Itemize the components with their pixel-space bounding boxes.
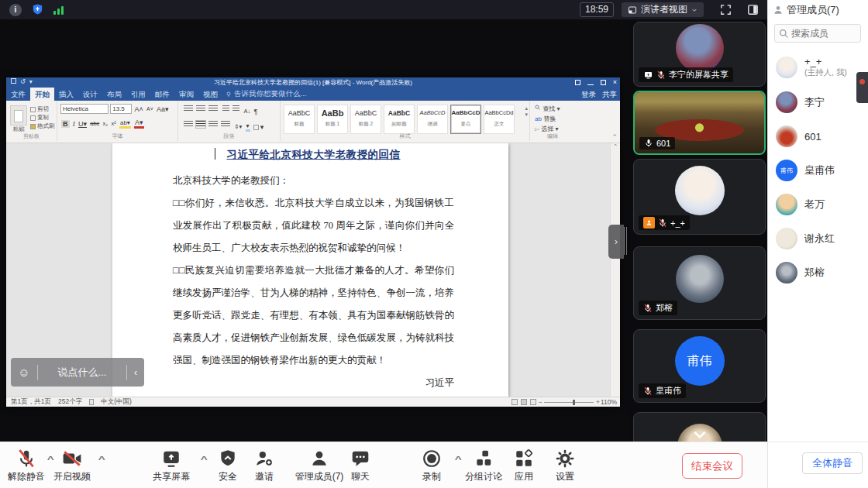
share-screen-button[interactable]: 共享屏幕 <box>139 448 204 483</box>
number-list-icon[interactable] <box>196 105 205 112</box>
style-heading2[interactable]: AaBbC标题 2 <box>350 105 381 134</box>
signin-link[interactable]: 登录 <box>581 88 596 101</box>
styles-scroll[interactable]: ▴▾ <box>525 105 528 118</box>
highlight-button[interactable]: ab▾ <box>119 119 131 129</box>
format-painter-button[interactable]: 格式刷 <box>30 122 55 130</box>
strikethrough-button[interactable]: abc <box>90 120 99 127</box>
change-case-icon[interactable]: Aa▾ <box>157 105 169 113</box>
align-right-icon[interactable] <box>208 121 218 128</box>
zoom-slider[interactable] <box>544 402 594 403</box>
doc-scrollbar[interactable]: ⌃ <box>610 143 620 397</box>
menu-design[interactable]: 设计 <box>78 88 102 101</box>
bullet-list-icon[interactable] <box>184 105 193 112</box>
pilcrow-icon[interactable]: ¶ <box>253 108 257 115</box>
end-meeting-button[interactable]: 结束会议 <box>682 453 742 479</box>
menu-file[interactable]: 文件 <box>6 88 30 101</box>
settings-button[interactable]: 设置 <box>532 448 598 483</box>
read-mode-icon[interactable] <box>512 399 518 405</box>
style-heading1[interactable]: AaBb标题 1 <box>317 105 348 134</box>
fullscreen-button[interactable] <box>719 3 732 19</box>
share-link[interactable]: 共享 <box>602 88 617 101</box>
proofing-icon[interactable] <box>89 399 94 405</box>
member-row[interactable]: 李宁 <box>776 91 825 113</box>
zoom-level[interactable]: 110% <box>601 398 617 406</box>
video-tile-huangfuwei[interactable]: 甫伟 皇甫伟 <box>633 329 766 403</box>
zoom-in-icon[interactable]: + <box>596 398 600 406</box>
menu-layout[interactable]: 布局 <box>102 88 126 101</box>
subscript-button[interactable]: x₂ <box>103 120 108 127</box>
web-layout-icon[interactable] <box>530 399 536 405</box>
replace-button[interactable]: ab 替换 <box>535 114 560 124</box>
view-mode-button[interactable]: 演讲者视图 <box>622 2 704 17</box>
multilevel-list-icon[interactable] <box>208 105 218 112</box>
tell-me-box[interactable]: 告诉我你想要做什么... <box>226 88 306 101</box>
collapse-ribbon-icon[interactable]: ⌃ <box>611 133 618 141</box>
video-tile-zhengrong[interactable]: 郑榕 <box>633 246 766 320</box>
chat-placeholder[interactable]: 说点什么... <box>38 366 126 380</box>
video-tile-host[interactable]: +_+ <box>633 159 766 235</box>
member-search-box[interactable] <box>774 24 861 43</box>
bold-button[interactable]: B <box>61 120 70 128</box>
member-row[interactable]: 谢永红 <box>776 228 835 249</box>
security-shield-icon[interactable] <box>31 3 44 16</box>
member-row[interactable]: 601 <box>776 125 822 147</box>
cut-button[interactable]: 剪切 <box>30 105 55 113</box>
chat-button[interactable]: 聊天 <box>328 448 393 483</box>
member-row[interactable]: 甫伟 皇甫伟 <box>776 160 835 181</box>
shrink-font-icon[interactable]: A˅ <box>146 106 153 112</box>
line-spacing-icon[interactable]: ⇕▾ <box>234 123 242 130</box>
word-count[interactable]: 252个字 <box>58 397 82 407</box>
page-indicator[interactable]: 第1页，共1页 <box>11 397 51 407</box>
start-video-button[interactable]: 开启视频 <box>40 448 105 483</box>
style-emphasis[interactable]: AaBbCcD强调 <box>417 105 448 134</box>
paste-button[interactable]: 粘贴 <box>9 102 29 133</box>
restore-icon[interactable] <box>601 80 606 85</box>
menu-mailings[interactable]: 邮件 <box>150 88 174 101</box>
menu-home[interactable]: 开始 <box>30 88 54 101</box>
video-tile-partial[interactable] <box>633 412 766 442</box>
panel-divider-grip[interactable] <box>624 227 628 255</box>
language-indicator[interactable]: 中文(中国) <box>101 397 132 407</box>
style-intense[interactable]: AaBbCcD要点 <box>450 105 481 134</box>
print-layout-icon[interactable] <box>521 399 527 405</box>
close-icon[interactable]: × <box>613 78 617 86</box>
align-left-icon[interactable] <box>184 121 193 128</box>
menu-review[interactable]: 审阅 <box>174 88 198 101</box>
shading-icon[interactable]: ▾ <box>246 122 250 132</box>
align-center-icon[interactable] <box>196 121 205 128</box>
expand-panel-handle[interactable]: › <box>608 225 624 259</box>
video-tile-room-601[interactable]: 601 <box>633 91 766 155</box>
video-tile-lining-share[interactable]: 李宁的屏幕共享 <box>633 22 766 87</box>
scroll-videos-down-button[interactable] <box>692 430 708 442</box>
superscript-button[interactable]: x² <box>111 120 115 127</box>
collapse-chat-icon[interactable]: ‹ <box>127 367 144 378</box>
find-button[interactable]: 查找 ▾ <box>535 104 560 114</box>
style-subtitle[interactable]: AaBbC副标题 <box>384 105 415 134</box>
member-row[interactable]: 郑榕 <box>776 262 825 284</box>
video-options-chevron[interactable]: ^ <box>98 455 105 464</box>
mute-all-button[interactable]: 全体静音 <box>802 452 863 474</box>
font-size-select[interactable]: 13.5 <box>110 104 132 114</box>
font-name-select[interactable]: Helvetica <box>60 104 108 114</box>
style-title[interactable]: AaBbC标题 <box>284 105 315 134</box>
search-input[interactable] <box>791 28 855 39</box>
decrease-indent-icon[interactable] <box>222 105 229 112</box>
font-color-button[interactable]: A▾ <box>134 119 144 129</box>
chat-quick-input[interactable]: ☺ 说点什么... ‹ <box>11 358 144 387</box>
italic-button[interactable]: I <box>73 120 75 128</box>
ribbon-options-icon[interactable] <box>575 80 580 85</box>
member-hover-popup[interactable] <box>856 72 868 103</box>
grow-font-icon[interactable]: A˄ <box>134 105 143 113</box>
justify-icon[interactable] <box>221 121 230 128</box>
borders-icon[interactable]: ▾ <box>253 123 264 131</box>
member-row[interactable]: 老万 <box>776 194 825 215</box>
meeting-info-icon[interactable]: i <box>9 4 22 16</box>
style-normal[interactable]: AaBbCcDd正文 <box>484 105 515 134</box>
underline-button[interactable]: U▾ <box>78 120 87 128</box>
layout-toggle-button[interactable] <box>746 3 760 19</box>
minimize-icon[interactable] <box>587 84 594 85</box>
zoom-slider-handle[interactable] <box>573 400 575 405</box>
zoom-out-icon[interactable]: − <box>539 398 542 406</box>
menu-view[interactable]: 视图 <box>198 88 222 101</box>
menu-insert[interactable]: 插入 <box>54 88 78 101</box>
